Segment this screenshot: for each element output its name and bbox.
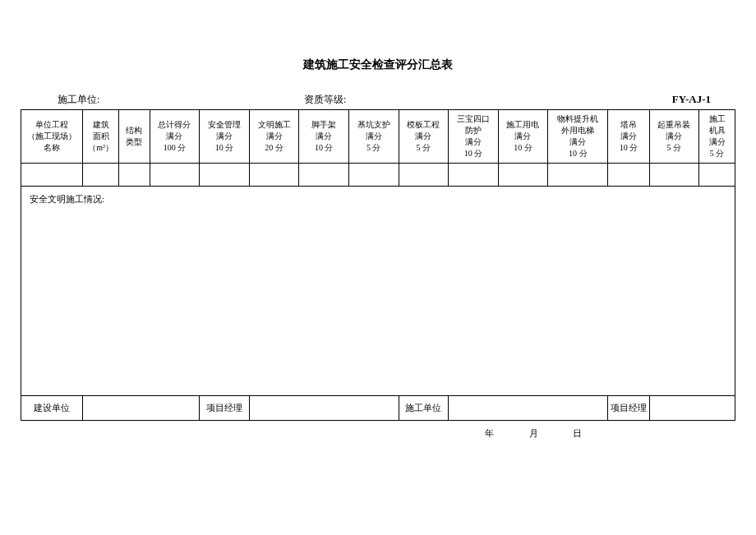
data-cell (200, 164, 250, 187)
header-cell: 模板工程 满分 5 分 (399, 110, 449, 164)
date-row: 年 月 日 (21, 427, 735, 440)
header-cell: 结构 类型 (119, 110, 150, 164)
month-label: 月 (529, 428, 540, 438)
header-cell: 三宝四口 防护 满分 10 分 (449, 110, 499, 164)
form-code: FY-AJ-1 (672, 93, 711, 107)
main-table: 单位工程 （施工现场） 名称 建筑 面积 （m²） 结构 类型 总计得分 满分 … (21, 109, 735, 421)
situation-row: 安全文明施工情况: (21, 187, 735, 396)
data-cell (249, 164, 299, 187)
qualification-label: 资质等级: (304, 93, 559, 107)
data-cell (399, 164, 449, 187)
signature-row: 建设单位 项目经理 施工单位 项目经理 (21, 396, 735, 421)
builder-unit-label: 建设单位 (21, 396, 83, 421)
project-manager-value-1 (249, 396, 399, 421)
data-cell (21, 164, 83, 187)
header-cell: 施工 机具 满分 5 分 (699, 110, 735, 164)
project-manager-value-2 (649, 396, 735, 421)
header-cell: 建筑 面积 （m²） (83, 110, 119, 164)
data-cell (449, 164, 499, 187)
header-cell: 脚手架 满分 10 分 (299, 110, 349, 164)
construction-unit-label: 施工单位: (58, 93, 304, 107)
project-manager-label-1: 项目经理 (200, 396, 250, 421)
header-cell: 文明施工 满分 20 分 (249, 110, 299, 164)
data-cell (498, 164, 548, 187)
top-info-row: 施工单位: 资质等级: FY-AJ-1 (21, 93, 735, 107)
header-cell: 安全管理 满分 10 分 (200, 110, 250, 164)
builder-unit-value (83, 396, 200, 421)
header-cell: 施工用电 满分 10 分 (498, 110, 548, 164)
header-cell: 基坑支护 满分 5 分 (348, 110, 399, 164)
day-label: 日 (573, 428, 583, 438)
header-cell: 单位工程 （施工现场） 名称 (21, 110, 83, 164)
data-cell (608, 164, 649, 187)
data-cell (119, 164, 150, 187)
document-title: 建筑施工安全检查评分汇总表 (21, 58, 735, 72)
year-label: 年 (485, 428, 496, 438)
safety-situation-cell: 安全文明施工情况: (21, 187, 735, 396)
data-row (21, 164, 735, 187)
table-header-row: 单位工程 （施工现场） 名称 建筑 面积 （m²） 结构 类型 总计得分 满分 … (21, 110, 735, 164)
header-cell: 物料提升机 外用电梯 满分 10 分 (548, 110, 608, 164)
construction-unit-value (449, 396, 608, 421)
data-cell (548, 164, 608, 187)
project-manager-label-2: 项目经理 (608, 396, 649, 421)
data-cell (649, 164, 699, 187)
header-cell: 总计得分 满分 100 分 (150, 110, 200, 164)
data-cell (150, 164, 200, 187)
data-cell (699, 164, 735, 187)
header-cell: 起重吊装 满分 5 分 (649, 110, 699, 164)
construction-unit-label-2: 施工单位 (399, 396, 449, 421)
data-cell (299, 164, 349, 187)
data-cell (348, 164, 399, 187)
header-cell: 塔吊 满分 10 分 (608, 110, 649, 164)
data-cell (83, 164, 119, 187)
